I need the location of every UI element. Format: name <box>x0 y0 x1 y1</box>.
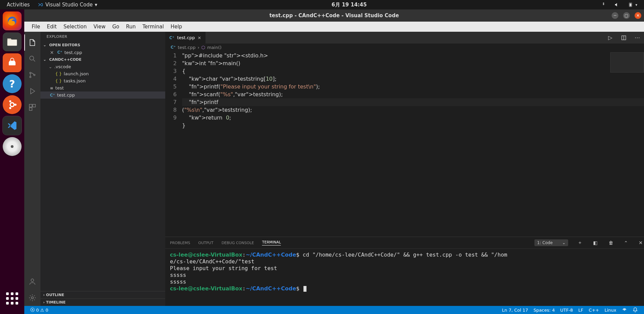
cpp-icon: C⁺ <box>57 50 62 55</box>
activities-button[interactable]: Activities <box>3 2 34 8</box>
dock-disk[interactable] <box>3 137 22 156</box>
volume-icon[interactable] <box>610 2 624 7</box>
explorer-header: EXPLORER <box>40 32 165 42</box>
file-tasks-json[interactable]: { }tasks.json <box>40 77 165 84</box>
chevron-right-icon: › <box>43 300 45 305</box>
menu-edit[interactable]: Edit <box>43 24 60 30</box>
terminal-selector[interactable]: 1: Code⌄ <box>534 239 568 246</box>
show-applications[interactable] <box>3 289 22 308</box>
close-panel-button[interactable]: ✕ <box>637 240 644 245</box>
breadcrumb-item[interactable]: test.cpp <box>178 45 196 50</box>
status-lncol[interactable]: Ln 7, Col 17 <box>499 308 531 313</box>
svg-rect-12 <box>29 104 32 107</box>
menu-go[interactable]: Go <box>109 24 123 30</box>
error-count: 0 <box>36 308 39 313</box>
menu-run[interactable]: Run <box>123 24 139 30</box>
vscode-icon <box>6 120 18 131</box>
status-feedback[interactable] <box>619 307 630 313</box>
maximize-panel-button[interactable]: ⌃ <box>623 240 630 245</box>
file-test[interactable]: ≡test <box>40 84 165 91</box>
status-encoding[interactable]: UTF-8 <box>557 308 576 313</box>
file-test-cpp[interactable]: C⁺test.cpp <box>40 91 165 99</box>
folder-vscode[interactable]: ⌄.vscode <box>40 63 165 70</box>
app-menu[interactable]: Visual Studio Code ▾ <box>34 2 101 8</box>
activity-extensions[interactable] <box>24 99 40 115</box>
terminal-output[interactable]: cs-lee@cslee-VirtualBox:~/CAndC++Code$ c… <box>165 249 644 306</box>
status-os[interactable]: Linux <box>602 308 619 313</box>
status-lang[interactable]: C++ <box>586 308 602 313</box>
svg-point-8 <box>30 56 34 60</box>
dock-help[interactable]: ? <box>3 74 22 93</box>
bell-icon <box>633 307 638 313</box>
menu-terminal[interactable]: Terminal <box>139 24 167 30</box>
open-editor-item[interactable]: ×C⁺test.cpp <box>40 49 165 56</box>
editor-tabs: C⁺ test.cpp × ▷ ⋯ <box>165 32 644 44</box>
activity-debug[interactable] <box>24 83 40 99</box>
status-spaces[interactable]: Spaces: 4 <box>531 308 557 313</box>
vscode-window: test.cpp - CAndC++Code - Visual Studio C… <box>24 9 644 314</box>
battery-icon[interactable]: ▾ <box>624 2 641 7</box>
help-icon: ? <box>9 78 15 90</box>
timeline-section[interactable]: ›TIMELINE <box>40 298 165 306</box>
close-icon[interactable]: × <box>198 35 201 40</box>
folder-section[interactable]: ⌄CANDC++CODE <box>40 56 165 63</box>
open-editors-section[interactable]: ⌄OPEN EDITORS <box>40 42 165 49</box>
file-name: test.cpp <box>57 93 75 98</box>
chevron-right-icon: › <box>43 293 45 297</box>
run-button[interactable]: ▷ <box>604 32 617 44</box>
dock-settings[interactable] <box>3 95 22 114</box>
code-editor[interactable]: 123456789 "pp">#include "str"><stdio.h> … <box>165 51 644 237</box>
activity-scm[interactable] <box>24 67 40 83</box>
json-icon: { } <box>55 79 62 83</box>
dock-files[interactable] <box>3 32 22 51</box>
gnome-top-bar: Activities Visual Studio Code ▾ 6月 19 14… <box>0 0 644 9</box>
minimap[interactable] <box>610 52 644 73</box>
svg-point-7 <box>9 107 11 109</box>
breadcrumb[interactable]: C⁺ test.cpp › ⬡ main() <box>165 44 644 51</box>
menu-view[interactable]: View <box>90 24 109 30</box>
status-eol[interactable]: LF <box>576 308 586 313</box>
network-icon[interactable] <box>597 2 610 7</box>
activity-settings[interactable] <box>24 290 40 306</box>
panel-tab-output[interactable]: OUTPUT <box>198 241 213 245</box>
files-icon <box>6 37 18 47</box>
panel-tab-debug[interactable]: DEBUG CONSOLE <box>222 241 254 245</box>
more-actions-button[interactable]: ⋯ <box>631 32 644 44</box>
outline-section[interactable]: ›OUTLINE <box>40 291 165 298</box>
dock-vscode[interactable] <box>3 116 22 135</box>
split-terminal-button[interactable]: ◧ <box>592 240 599 245</box>
dock-firefox[interactable] <box>3 11 22 30</box>
maximize-button[interactable]: ▢ <box>623 12 630 19</box>
outline-label: OUTLINE <box>46 293 64 297</box>
minimize-button[interactable]: ─ <box>612 12 618 19</box>
menu-help[interactable]: Help <box>167 24 185 30</box>
activity-explorer[interactable] <box>24 34 40 51</box>
tab-test-cpp[interactable]: C⁺ test.cpp × <box>165 32 206 44</box>
kill-terminal-button[interactable]: 🗑 <box>607 240 615 245</box>
status-bell[interactable] <box>630 307 641 313</box>
dropdown-icon: ▾ <box>95 2 97 8</box>
svg-point-4 <box>10 103 14 106</box>
close-icon[interactable]: × <box>50 50 54 55</box>
menu-selection[interactable]: Selection <box>60 24 90 30</box>
ubuntu-icon <box>6 99 18 110</box>
clock[interactable]: 6月 19 14:45 <box>327 2 371 8</box>
menu-file[interactable]: File <box>28 24 43 30</box>
status-errors[interactable]: ⓧ0⚠0 <box>28 307 51 313</box>
breadcrumb-item[interactable]: main() <box>207 45 222 50</box>
cpp-icon: C⁺ <box>169 35 174 40</box>
close-button[interactable]: ✕ <box>635 12 641 19</box>
new-terminal-button[interactable]: ＋ <box>576 240 584 246</box>
dock-software[interactable] <box>3 53 22 72</box>
chevron-right-icon: › <box>198 45 199 50</box>
terminal-selector-label: 1: Code <box>537 240 553 245</box>
code-content[interactable]: "pp">#include "str"><stdio.h> "kw">int "… <box>182 51 644 237</box>
svg-point-10 <box>30 76 31 78</box>
activity-search[interactable] <box>24 51 40 67</box>
split-editor-button[interactable] <box>617 32 631 44</box>
activity-account[interactable] <box>24 273 40 290</box>
svg-rect-14 <box>29 108 32 110</box>
file-launch-json[interactable]: { }launch.json <box>40 70 165 77</box>
panel-tab-terminal[interactable]: TERMINAL <box>262 240 281 245</box>
panel-tab-problems[interactable]: PROBLEMS <box>170 241 190 245</box>
